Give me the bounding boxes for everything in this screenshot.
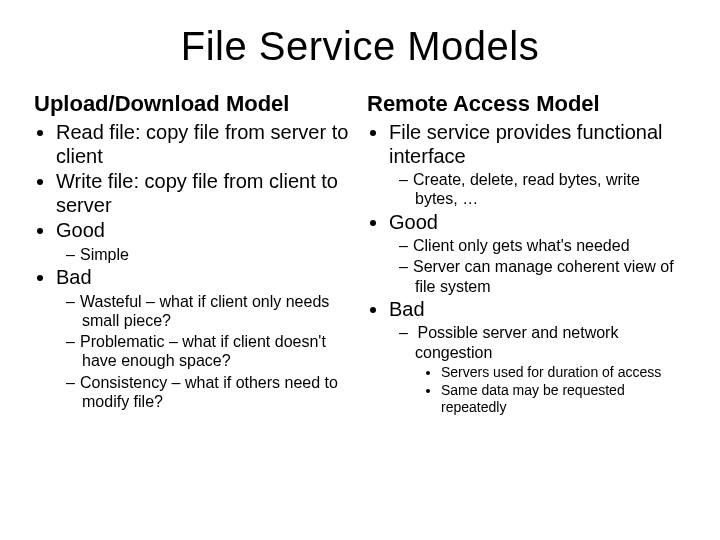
right-item-bad-label: Bad — [389, 298, 425, 320]
left-column: Upload/Download Model Read file: copy fi… — [34, 91, 353, 418]
right-good-needed: Client only gets what's needed — [415, 236, 686, 255]
right-item-bad: Bad Possible server and network congesti… — [389, 298, 686, 416]
left-bad-problematic: Problematic – what if client doesn't hav… — [82, 332, 353, 370]
left-bad-consistency: Consistency – what if others need to mod… — [82, 373, 353, 411]
left-good-simple: Simple — [82, 245, 353, 264]
left-item-write: Write file: copy file from client to ser… — [56, 170, 353, 217]
left-bad-sublist: Wasteful – what if client only needs sma… — [56, 292, 353, 411]
right-bad-congestion-label: Possible server and network congestion — [415, 324, 618, 360]
right-item-good: Good Client only gets what's needed Serv… — [389, 211, 686, 296]
right-good-coherent: Server can manage coherent view of file … — [415, 257, 686, 295]
right-bad-congestion-sublist: Servers used for duration of access Same… — [415, 364, 686, 416]
left-item-good-label: Good — [56, 219, 105, 241]
right-item-good-label: Good — [389, 211, 438, 233]
left-bad-wasteful: Wasteful – what if client only needs sma… — [82, 292, 353, 330]
right-item-interface-label: File service provides functional interfa… — [389, 121, 662, 167]
left-good-sublist: Simple — [56, 245, 353, 264]
right-bad-sublist: Possible server and network congestion S… — [389, 323, 686, 416]
right-interface-sublist: Create, delete, read bytes, write bytes,… — [389, 170, 686, 208]
right-item-interface: File service provides functional interfa… — [389, 121, 686, 209]
left-item-bad-label: Bad — [56, 266, 92, 288]
left-heading: Upload/Download Model — [34, 91, 353, 117]
left-item-read: Read file: copy file from server to clie… — [56, 121, 353, 168]
right-bad-same-data: Same data may be requested repeatedly — [441, 382, 686, 416]
right-heading: Remote Access Model — [367, 91, 686, 117]
right-good-sublist: Client only gets what's needed Server ca… — [389, 236, 686, 296]
right-list: File service provides functional interfa… — [367, 121, 686, 416]
slide-title: File Service Models — [34, 24, 686, 69]
two-column-layout: Upload/Download Model Read file: copy fi… — [34, 91, 686, 418]
right-bad-congestion: Possible server and network congestion S… — [415, 323, 686, 416]
left-item-bad: Bad Wasteful – what if client only needs… — [56, 266, 353, 411]
left-list: Read file: copy file from server to clie… — [34, 121, 353, 411]
right-column: Remote Access Model File service provide… — [367, 91, 686, 418]
slide: File Service Models Upload/Download Mode… — [0, 0, 720, 540]
right-interface-ops: Create, delete, read bytes, write bytes,… — [415, 170, 686, 208]
left-item-good: Good Simple — [56, 219, 353, 264]
right-bad-servers-duration: Servers used for duration of access — [441, 364, 686, 381]
